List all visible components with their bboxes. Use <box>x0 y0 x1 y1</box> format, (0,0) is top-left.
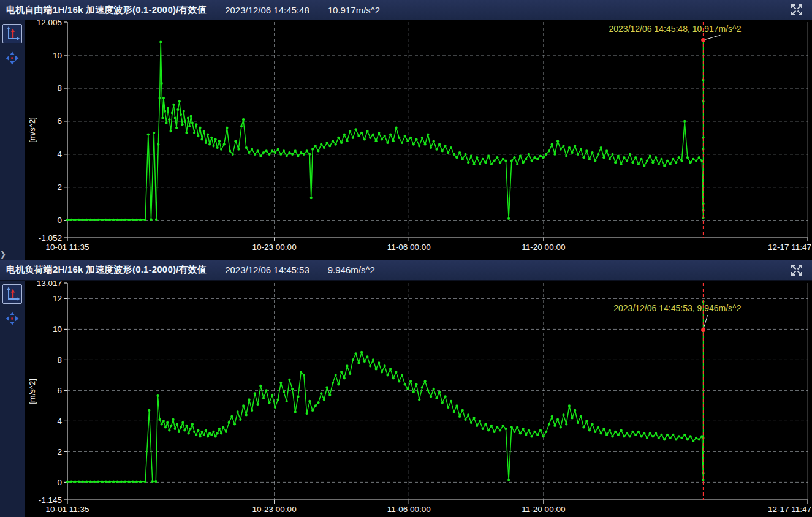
trend-line <box>67 301 704 481</box>
x-tick-label: 10-23 00:00 <box>252 243 297 252</box>
axis-tool-button[interactable] <box>2 24 22 43</box>
x-tick-label: 12-17 11:47 <box>768 505 811 514</box>
cursor-marker[interactable] <box>701 328 705 332</box>
channel-title: 电机负荷端2H/16k 加速度波形(0.1-2000)/有效值 <box>6 264 207 276</box>
x-tick-label: 10-01 11:35 <box>45 243 89 252</box>
y-tick-label: 6 <box>57 386 62 395</box>
cursor-value: 10.917m/s^2 <box>328 5 380 15</box>
y-tick-label: 13.017 <box>37 281 62 288</box>
x-tick-label: 10-01 11:35 <box>45 505 89 514</box>
y-tick-label: 0 <box>57 478 62 487</box>
y-tick-label: -1.145 <box>39 496 62 505</box>
x-tick-label: 10-23 00:00 <box>252 505 297 514</box>
expand-button[interactable] <box>789 2 805 18</box>
y-tick-label: 8 <box>57 83 62 92</box>
cursor-annotation: 2023/12/06 14:45:53, 9.946m/s^2 <box>613 303 741 313</box>
expand-arrows-icon <box>790 9 803 18</box>
y-tick-label: -1.052 <box>39 233 62 243</box>
collapse-chevron[interactable]: ❯ <box>0 249 9 260</box>
chart-panel-top: 电机自由端1H/16k 加速度波形(0.1-2000)/有效值 2023/12/… <box>0 0 812 260</box>
axis-tool-button[interactable] <box>2 284 22 304</box>
chart-toolbar <box>0 20 25 260</box>
cursor-timestamp: 2023/12/06 14:45:48 <box>225 5 309 15</box>
x-tick-label: 11-20 00:00 <box>522 505 565 514</box>
y-axis-unit-label: [m/s^2] <box>28 117 37 143</box>
x-tick-label: 11-06 00:00 <box>387 505 431 514</box>
pan-move-icon <box>6 58 19 67</box>
y-axis-unit-label: [m/s^2] <box>28 379 37 404</box>
y-tick-label: 10 <box>53 325 62 334</box>
cursor-leader-line <box>703 315 707 330</box>
panel-header: 电机负荷端2H/16k 加速度波形(0.1-2000)/有效值 2023/12/… <box>0 260 812 281</box>
axes-cursor-icon <box>4 286 20 302</box>
y-tick-label: 2 <box>57 447 62 456</box>
pan-move-icon <box>6 318 19 327</box>
axes-cursor-icon <box>4 26 20 42</box>
trend-line <box>67 40 704 220</box>
cursor-annotation: 2023/12/06 14:45:48, 10.917m/s^2 <box>609 24 741 34</box>
cursor-marker[interactable] <box>701 38 705 42</box>
cursor-timestamp: 2023/12/06 14:45:53 <box>225 265 309 275</box>
y-tick-label: 12 <box>53 294 62 303</box>
chart-toolbar <box>0 281 25 517</box>
x-tick-label: 11-06 00:00 <box>387 243 431 252</box>
chart-area: 13.017121086420-1.14510-01 11:3510-23 00… <box>0 281 812 517</box>
vibration-trend-screen: 电机自由端1H/16k 加速度波形(0.1-2000)/有效值 2023/12/… <box>0 0 812 517</box>
y-tick-label: 12.005 <box>37 20 62 27</box>
chart-panel-bottom: 电机负荷端2H/16k 加速度波形(0.1-2000)/有效值 2023/12/… <box>0 260 812 517</box>
y-tick-label: 4 <box>57 417 62 426</box>
channel-title: 电机自由端1H/16k 加速度波形(0.1-2000)/有效值 <box>6 4 207 16</box>
expand-button[interactable] <box>789 262 805 278</box>
trend-chart-svg[interactable]: 12.0051086420-1.05210-01 11:3510-23 00:0… <box>25 20 812 260</box>
y-tick-label: 6 <box>57 116 62 126</box>
pan-tool-button[interactable] <box>6 312 19 325</box>
x-tick-label: 11-20 00:00 <box>522 243 565 252</box>
y-tick-label: 10 <box>53 51 62 60</box>
panel-header: 电机自由端1H/16k 加速度波形(0.1-2000)/有效值 2023/12/… <box>0 0 812 20</box>
chart-area: 12.0051086420-1.05210-01 11:3510-23 00:0… <box>0 20 812 260</box>
x-tick-label: 12-17 11:47 <box>768 243 811 252</box>
y-tick-label: 0 <box>57 216 62 225</box>
expand-arrows-icon <box>790 270 803 279</box>
trend-chart-svg[interactable]: 13.017121086420-1.14510-01 11:3510-23 00… <box>25 281 812 517</box>
y-tick-label: 8 <box>57 355 62 364</box>
pan-tool-button[interactable] <box>6 51 19 65</box>
y-tick-label: 4 <box>57 149 62 159</box>
y-tick-label: 2 <box>57 183 62 192</box>
cursor-value: 9.946m/s^2 <box>328 265 375 275</box>
cursor-leader-line <box>703 35 720 40</box>
